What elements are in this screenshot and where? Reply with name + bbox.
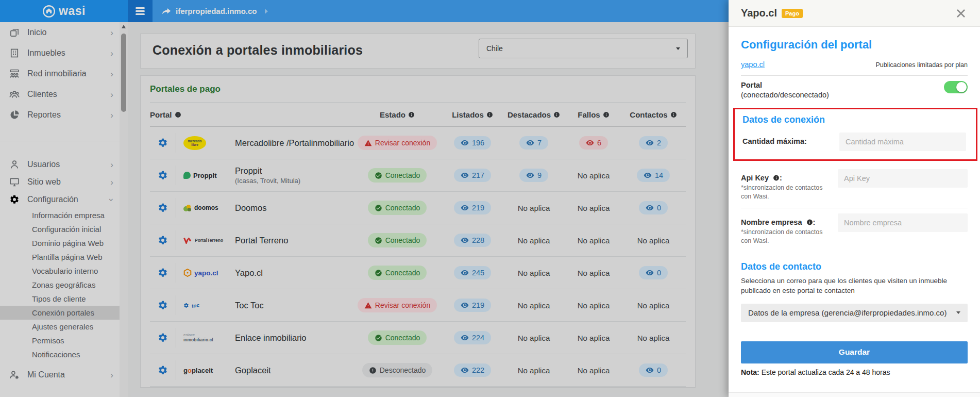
panel-footer-strip — [729, 392, 980, 397]
annotation-highlight-box: Datos de conexión Cantidad máxima: — [733, 108, 977, 161]
panel-divider — [741, 75, 968, 76]
plan-limit-note: Publicaciones limitadas por plan — [875, 61, 968, 69]
api-key-label: Api Key : *sincronizacion de contactos c… — [741, 169, 833, 201]
connection-data-title: Datos de conexión — [742, 114, 966, 125]
info-icon[interactable] — [773, 174, 780, 181]
portal-toggle-sublabel: (conectado/desconectado) — [741, 91, 829, 99]
modal-overlay[interactable] — [0, 0, 729, 397]
save-button[interactable]: Guardar — [741, 341, 968, 363]
panel-title: Yapo.cl — [741, 7, 777, 19]
portal-config-panel: Yapo.cl Pago Configuración del portal ya… — [729, 0, 980, 397]
panel-header: Yapo.cl Pago — [729, 0, 980, 27]
contact-description: Selecciona un correo para que los client… — [741, 276, 957, 295]
panel-divider — [741, 208, 968, 208]
select-caret-icon — [956, 311, 960, 314]
api-key-input[interactable] — [838, 169, 968, 188]
max-quantity-label: Cantidad máxima: — [742, 133, 834, 145]
portal-connected-toggle[interactable] — [944, 81, 968, 93]
company-name-note: *sincronizacion de contactos con Wasi. — [741, 228, 833, 245]
contact-email-select[interactable]: Datos de la empresa (gerencia@iferpropie… — [741, 304, 968, 322]
update-note: Nota: Este portal actualiza cada 24 a 48… — [741, 368, 968, 376]
max-quantity-input[interactable] — [839, 133, 966, 151]
panel-body: Configuración del portal yapo.cl Publica… — [729, 38, 980, 376]
close-button[interactable] — [954, 7, 968, 20]
close-icon — [956, 8, 966, 19]
portal-link[interactable]: yapo.cl — [741, 60, 765, 69]
company-name-label: Nombre empresa : *sincronizacion de cont… — [741, 213, 833, 245]
portal-toggle-label: Portal — [741, 81, 829, 89]
contact-data-title: Datos de contacto — [741, 261, 968, 272]
company-name-input[interactable] — [838, 213, 968, 232]
contact-email-select-value: Datos de la empresa (gerencia@iferpropie… — [748, 308, 947, 317]
api-key-note: *sincronizacion de contactos con Wasi. — [741, 184, 833, 201]
info-icon[interactable] — [806, 219, 813, 225]
pago-badge: Pago — [782, 9, 803, 18]
portal-config-title: Configuración del portal — [741, 38, 968, 52]
